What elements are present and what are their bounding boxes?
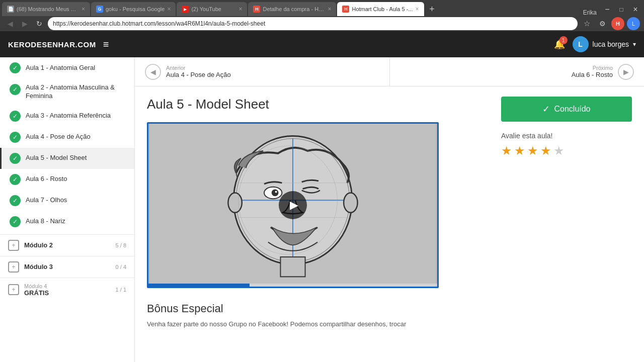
extension-icon-2[interactable]: H: [611, 17, 624, 30]
content-area: ◀ Anterior Aula 4 - Pose de Ação Próximo…: [135, 57, 644, 362]
next-lesson-info: Próximo Aula 6 - Rosto: [572, 65, 613, 78]
module2-name: Módulo 2: [24, 241, 111, 249]
sidebar-item-aula5[interactable]: ✓ Aula 5 - Model Sheet: [0, 148, 134, 169]
module4-name: GRÁTIS: [24, 289, 111, 297]
check-icon-aula8: ✓: [10, 216, 21, 227]
module4-expand-icon: +: [8, 284, 19, 295]
reload-button[interactable]: ↻: [33, 18, 45, 30]
tab-3[interactable]: ▶ (2) YouTube ×: [177, 2, 247, 16]
video-player[interactable]: ▶: [147, 122, 439, 288]
tab3-favicon: ▶: [182, 6, 189, 13]
check-icon-aula4: ✓: [10, 132, 21, 143]
module2-info: Módulo 2: [24, 241, 111, 249]
bonus-section: Bônus Especial Venha fazer parte do noss…: [147, 302, 489, 329]
tab1-favicon: 📄: [7, 6, 14, 13]
sidebar-item-aula6[interactable]: ✓ Aula 6 - Rosto: [0, 169, 134, 190]
play-button[interactable]: ▶: [279, 191, 307, 219]
concluded-button[interactable]: ✓ Concluído: [501, 97, 632, 122]
user-menu[interactable]: L luca borges ▾: [573, 36, 636, 52]
sidebar-label-aula5: Aula 5 - Model Sheet: [26, 154, 87, 162]
site-logo: KERODESENHAR.COM: [8, 40, 96, 49]
minimize-button[interactable]: −: [601, 3, 614, 16]
module3-expand-icon: +: [8, 261, 19, 273]
module4-sub: Módulo 4: [24, 283, 111, 289]
check-icon-aula3: ✓: [10, 111, 21, 122]
browser-chrome: 📄 (68) Mostrando Meus De... × G goku - P…: [0, 0, 644, 31]
tab-bar: 📄 (68) Mostrando Meus De... × G goku - P…: [0, 0, 644, 16]
forward-button[interactable]: ▶: [19, 18, 31, 30]
back-button[interactable]: ◀: [4, 18, 16, 30]
prev-lesson-nav[interactable]: ◀ Anterior Aula 4 - Pose de Ação: [135, 57, 390, 86]
prev-lesson-info: Anterior Aula 4 - Pose de Ação: [166, 65, 231, 78]
video-progress-bar[interactable]: [148, 284, 437, 287]
star-1[interactable]: ★: [501, 144, 512, 158]
sidebar-item-aula4[interactable]: ✓ Aula 4 - Pose de Ação: [0, 127, 134, 148]
address-bar-row: ◀ ▶ ↻ https://kerodesenhar.club.hotmart.…: [0, 16, 644, 31]
tab5-favicon: H: [342, 6, 349, 13]
module-4-header[interactable]: + Módulo 4 GRÁTIS 1 / 1: [0, 278, 134, 302]
svg-point-9: [275, 191, 277, 193]
sidebar-item-aula8[interactable]: ✓ Aula 8 - Nariz: [0, 211, 134, 232]
star-3[interactable]: ★: [527, 144, 538, 158]
tab-2[interactable]: G goku - Pesquisa Google ×: [91, 2, 176, 16]
next-lesson-nav[interactable]: Próximo Aula 6 - Rosto ▶: [390, 57, 645, 86]
tab2-close[interactable]: ×: [167, 6, 171, 13]
tab5-title: Hotmart Club - Aula 5 -...: [352, 6, 413, 12]
sidebar-item-aula3[interactable]: ✓ Aula 3 - Anatomia Referência: [0, 106, 134, 127]
tab4-favicon: H: [253, 6, 260, 13]
module-3-header[interactable]: + Módulo 3 0 / 4: [0, 256, 134, 278]
module3-count: 0 / 4: [116, 264, 126, 270]
tab1-close[interactable]: ×: [82, 6, 85, 13]
tab3-close[interactable]: ×: [238, 6, 242, 13]
tab1-title: (68) Mostrando Meus De...: [17, 6, 79, 12]
tab4-close[interactable]: ×: [328, 6, 331, 13]
next-arrow-icon: ▶: [618, 64, 634, 80]
new-tab-button[interactable]: +: [425, 2, 439, 16]
bookmark-icon[interactable]: ☆: [580, 17, 593, 30]
lesson-body: Aula 5 - Model Sheet: [135, 86, 644, 362]
lesson-nav-bar: ◀ Anterior Aula 4 - Pose de Ação Próximo…: [135, 57, 644, 86]
module4-info: Módulo 4 GRÁTIS: [24, 283, 111, 297]
bonus-title: Bônus Especial: [147, 302, 489, 315]
play-icon: ▶: [290, 199, 298, 212]
svg-point-8: [272, 190, 279, 197]
star-5[interactable]: ★: [553, 144, 565, 158]
prev-arrow-icon: ◀: [145, 64, 161, 80]
hamburger-menu-icon[interactable]: ≡: [103, 39, 109, 50]
prev-lesson-title: Aula 4 - Pose de Ação: [166, 71, 231, 78]
svg-point-10: [228, 193, 242, 212]
top-nav: KERODESENHAR.COM ≡ 🔔 1 L luca borges ▾: [0, 31, 644, 57]
user-name: luca borges: [593, 40, 629, 48]
svg-rect-12: [280, 257, 305, 277]
address-text: https://kerodesenhar.club.hotmart.com/le…: [53, 20, 573, 27]
star-4[interactable]: ★: [540, 144, 551, 158]
extension-icon-1[interactable]: ⚙: [596, 17, 609, 30]
concluded-check-icon: ✓: [542, 104, 550, 115]
chrome-user-avatar[interactable]: L: [627, 17, 640, 30]
lesson-right-sidebar: ✓ Concluído Avalie esta aula! ★ ★ ★ ★ ★: [501, 97, 632, 352]
tab-5-active[interactable]: H Hotmart Club - Aula 5 -... ×: [337, 2, 424, 16]
close-window-button[interactable]: ×: [629, 3, 642, 16]
module-2-header[interactable]: + Módulo 2 5 / 8: [0, 234, 134, 256]
sidebar-item-aula1[interactable]: ✓ Aula 1 - Anatomia Geral: [0, 57, 134, 78]
check-icon-aula2: ✓: [10, 84, 21, 95]
rating-label: Avalie esta aula!: [501, 132, 632, 140]
notification-badge: 1: [559, 36, 568, 44]
star-2[interactable]: ★: [514, 144, 525, 158]
module3-name: Módulo 3: [24, 263, 111, 270]
sidebar-item-aula2[interactable]: ✓ Aula 2 - Anatomia Masculina & Feminina: [0, 78, 134, 106]
maximize-button[interactable]: □: [615, 3, 628, 16]
check-icon-aula5: ✓: [10, 153, 21, 164]
notification-bell[interactable]: 🔔 1: [552, 37, 567, 51]
bonus-text: Venha fazer parte do nosso Grupo no Face…: [147, 319, 489, 329]
tab5-close[interactable]: ×: [415, 6, 419, 13]
sidebar-item-aula7[interactable]: ✓ Aula 7 - Olhos: [0, 190, 134, 211]
tab-1[interactable]: 📄 (68) Mostrando Meus De... ×: [2, 2, 90, 16]
check-icon-aula1: ✓: [10, 62, 21, 73]
rating-section: Avalie esta aula! ★ ★ ★ ★ ★: [501, 132, 632, 158]
address-bar[interactable]: https://kerodesenhar.club.hotmart.com/le…: [48, 17, 578, 30]
tab-4[interactable]: H Detalhe da compra - Ho... ×: [248, 2, 336, 16]
next-lesson-label: Próximo: [572, 65, 613, 71]
sidebar-label-aula7: Aula 7 - Olhos: [26, 196, 67, 205]
window-user-label: Erika: [583, 9, 597, 16]
